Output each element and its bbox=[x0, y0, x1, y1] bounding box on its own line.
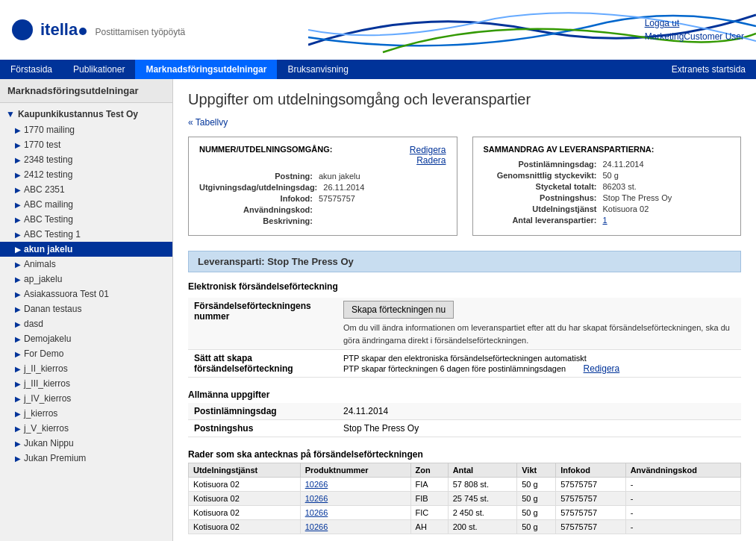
anvandningskod-row: Användningskod: bbox=[199, 205, 446, 214]
sidebar-item-abc-mailing[interactable]: ▶ ABC mailing bbox=[0, 197, 172, 212]
sidebar-item-j-kierros[interactable]: ▶ j_kierros bbox=[0, 406, 172, 421]
elektronisk-title: Elektronisk försändelseförteckning bbox=[188, 281, 741, 292]
sidebar-item-label: For Demo bbox=[24, 348, 63, 359]
td-infokod-1: 57575757 bbox=[556, 492, 626, 506]
redigera-link[interactable]: Redigera bbox=[410, 145, 446, 155]
postinlamningsdag-all-row: Postinlämningsdag 24.11.2014 bbox=[188, 403, 741, 420]
postningshus-all-value: Stop The Press Oy bbox=[337, 420, 741, 437]
utgivningsdag-value: 26.11.2014 bbox=[323, 183, 364, 192]
td-antal-1: 25 745 st. bbox=[448, 492, 517, 506]
sidebar-item-label: ABC Testing bbox=[24, 214, 73, 225]
nummer-box: NUMMER/UTDELNINGSOMGÅNG: Redigera Radera… bbox=[188, 137, 457, 236]
radera-link[interactable]: Radera bbox=[416, 155, 446, 166]
customer-arrow-icon: ▼ bbox=[6, 109, 15, 119]
sidebar-item-asiakassuora[interactable]: ▶ Asiakassuora Test 01 bbox=[0, 287, 172, 301]
nav-marknadsforingsutdelningar[interactable]: Marknadsföringsutdelningar bbox=[135, 60, 277, 79]
td-infokod-0: 57575757 bbox=[556, 478, 626, 492]
table-row: Kotisuora 02 10266 AH 200 st. 50 g 57575… bbox=[189, 520, 741, 534]
sidebar-item-j-iv[interactable]: ▶ j_IV_kierros bbox=[0, 391, 172, 406]
td-tjänst-2: Kotisuora 02 bbox=[189, 506, 301, 520]
postningshus-value: Stop The Press Oy bbox=[603, 193, 672, 202]
sidebar: Marknadsföringsutdelningar ▼ Kaupunkikus… bbox=[0, 79, 173, 541]
postningshus-row: Postningshus: Stop The Press Oy bbox=[484, 193, 731, 202]
sidebar-item-label: j_III_kierros bbox=[24, 378, 70, 389]
sidebar-item-2348-testing[interactable]: ▶ 2348 testing bbox=[0, 152, 172, 167]
user-info: MarketingCustomer User bbox=[645, 31, 744, 42]
sidebar-item-ap-jakelu[interactable]: ▶ ap_jakelu bbox=[0, 272, 172, 287]
header-right: Logga ut MarketingCustomer User bbox=[645, 18, 744, 42]
td-produkt-2[interactable]: 10266 bbox=[300, 506, 410, 520]
td-produkt-3[interactable]: 10266 bbox=[300, 520, 410, 534]
header: itella Postittamisen työpöytä Logga ut M… bbox=[0, 0, 756, 60]
sidebar-item-dasd[interactable]: ▶ dasd bbox=[0, 316, 172, 331]
sidebar-item-abc-testing-1[interactable]: ▶ ABC Testing 1 bbox=[0, 227, 172, 242]
sidebar-customer[interactable]: ▼ Kaupunkikustannus Test Oy bbox=[0, 106, 172, 122]
td-tjänst-1: Kotisuora 02 bbox=[189, 492, 301, 506]
utdelningstjanst-value: Kotisuora 02 bbox=[603, 204, 649, 213]
sidebar-item-label: akun jakelu bbox=[24, 244, 72, 254]
sidebar-item-demojakelu[interactable]: ▶ Demojakelu bbox=[0, 331, 172, 346]
sidebar-item-abc-testing[interactable]: ▶ ABC Testing bbox=[0, 212, 172, 227]
genomsnittlig-value: 50 g bbox=[603, 171, 619, 180]
nav-extranets[interactable]: Extranets startsida bbox=[661, 60, 756, 79]
item-arrow-icon: ▶ bbox=[15, 305, 21, 313]
item-arrow-icon: ▶ bbox=[15, 275, 21, 284]
sidebar-item-j-ii[interactable]: ▶ j_II_kierros bbox=[0, 361, 172, 376]
sidebar-item-jukan-nippu[interactable]: ▶ Jukan Nippu bbox=[0, 436, 172, 451]
sidebar-item-label: 2348 testing bbox=[24, 154, 72, 165]
main-layout: Marknadsföringsutdelningar ▼ Kaupunkikus… bbox=[0, 79, 756, 541]
tabellvy-link[interactable]: « Tabellvy bbox=[188, 117, 228, 128]
genomsnittlig-row: Genomsnittlig styckevikt: 50 g bbox=[484, 171, 731, 180]
td-antal-3: 200 st. bbox=[448, 520, 517, 534]
sidebar-item-j-iii[interactable]: ▶ j_III_kierros bbox=[0, 376, 172, 391]
logga-ut-link[interactable]: Logga ut bbox=[645, 18, 680, 28]
item-arrow-icon: ▶ bbox=[15, 395, 21, 403]
allmanna-table: Postinlämningsdag 24.11.2014 Postningshu… bbox=[188, 403, 741, 437]
stycketal-label: Stycketal totalt: bbox=[484, 182, 603, 191]
item-arrow-icon: ▶ bbox=[15, 335, 21, 343]
sidebar-item-1770-mailing[interactable]: ▶ 1770 mailing bbox=[0, 122, 172, 137]
nav-forstasida[interactable]: Förstasida bbox=[0, 60, 63, 79]
nummer-box-title: NUMMER/UTDELNINGSOMGÅNG: bbox=[199, 145, 332, 160]
page-title: Uppgifter om utdelningsomgång och levera… bbox=[188, 91, 741, 108]
item-arrow-icon: ▶ bbox=[15, 260, 21, 269]
postinlamningsdag-all-label: Postinlämningsdag bbox=[188, 403, 337, 420]
utgivningsdag-label: Utgivningsdag/utdelningsdag: bbox=[199, 183, 323, 192]
satt-redigera-link[interactable]: Redigera bbox=[584, 363, 620, 374]
sidebar-item-for-demo[interactable]: ▶ For Demo bbox=[0, 346, 172, 361]
sidebar-item-label: ABC Testing 1 bbox=[24, 229, 81, 240]
nav-bruksanvisning[interactable]: Bruksanvisning bbox=[277, 60, 358, 79]
utdelningstjanst-row: Utdelningstjänst Kotisuora 02 bbox=[484, 204, 731, 213]
info-boxes: NUMMER/UTDELNINGSOMGÅNG: Redigera Radera… bbox=[188, 137, 741, 236]
item-arrow-icon: ▶ bbox=[15, 365, 21, 373]
sidebar-item-abc-2351[interactable]: ▶ ABC 2351 bbox=[0, 182, 172, 197]
satt-row: Sätt att skapa försändelseförteckning PT… bbox=[188, 350, 741, 378]
td-anvkod-2: - bbox=[625, 506, 740, 520]
stycketal-row: Stycketal totalt: 86203 st. bbox=[484, 182, 731, 191]
td-produkt-1[interactable]: 10266 bbox=[300, 492, 410, 506]
sidebar-item-2412-testing[interactable]: ▶ 2412 testing bbox=[0, 167, 172, 182]
td-produkt-0[interactable]: 10266 bbox=[300, 478, 410, 492]
skapa-button[interactable]: Skapa förteckningen nu bbox=[343, 301, 454, 319]
sidebar-item-1770-test[interactable]: ▶ 1770 test bbox=[0, 137, 172, 152]
td-anvkod-0: - bbox=[625, 478, 740, 492]
item-arrow-icon-active: ▶ bbox=[15, 246, 21, 254]
sidebar-item-label: dasd bbox=[24, 319, 43, 329]
sidebar-item-animals[interactable]: ▶ Animals bbox=[0, 257, 172, 272]
sidebar-item-jukan-premium[interactable]: ▶ Jukan Premium bbox=[0, 451, 172, 466]
td-antal-2: 2 450 st. bbox=[448, 506, 517, 520]
item-arrow-icon: ▶ bbox=[15, 410, 21, 418]
sidebar-item-label: j_kierros bbox=[24, 408, 57, 419]
sidebar-item-label: ABC mailing bbox=[24, 199, 73, 210]
sidebar-item-label: j_IV_kierros bbox=[24, 393, 71, 404]
beskrivning-row: Beskrivning: bbox=[199, 216, 446, 225]
postinlamningsdag-value: 24.11.2014 bbox=[603, 160, 644, 169]
sidebar-item-danan[interactable]: ▶ Danan testaus bbox=[0, 301, 172, 316]
antal-value[interactable]: 1 bbox=[603, 216, 607, 225]
nav-publikationer[interactable]: Publikationer bbox=[63, 60, 135, 79]
allmanna-title: Allmänna uppgifter bbox=[188, 385, 741, 403]
sidebar-item-akun-jakelu[interactable]: ▶ akun jakelu bbox=[0, 242, 172, 257]
sidebar-item-j-v[interactable]: ▶ j_V_kierros bbox=[0, 421, 172, 436]
rader-header-row: Utdelningstjänst Produktnummer Zon Antal… bbox=[189, 463, 741, 478]
rader-thead: Utdelningstjänst Produktnummer Zon Antal… bbox=[189, 463, 741, 478]
